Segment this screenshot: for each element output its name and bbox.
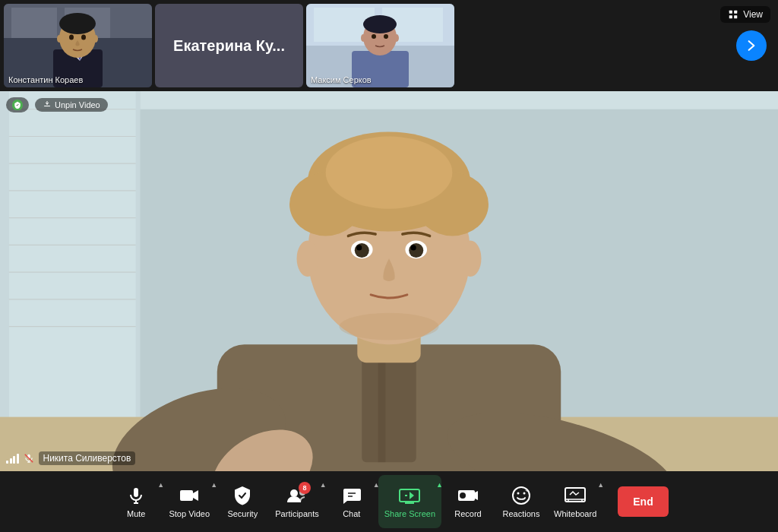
svg-text:+: + — [525, 487, 529, 494]
svg-point-65 — [297, 240, 319, 277]
reactions-label: Reactions — [503, 509, 540, 518]
svg-marker-87 — [475, 491, 478, 500]
stop-video-button[interactable]: ▲ Stop Video — [163, 475, 216, 528]
signal-icon — [6, 453, 19, 464]
whiteboard-label: Whiteboard — [554, 509, 596, 518]
thumb-name-maxim: Максим Серков — [311, 75, 372, 84]
svg-point-21 — [363, 15, 397, 33]
svg-point-58 — [326, 136, 453, 208]
chat-label: Chat — [343, 509, 360, 518]
svg-point-11 — [81, 35, 86, 40]
record-button[interactable]: Record — [441, 475, 495, 528]
mic-muted-icon — [24, 453, 34, 464]
svg-marker-75 — [193, 490, 198, 501]
svg-rect-32 — [9, 91, 136, 471]
svg-point-24 — [361, 34, 365, 42]
svg-point-63 — [356, 245, 362, 250]
svg-point-62 — [409, 243, 423, 258]
svg-point-76 — [290, 489, 298, 497]
thumbnail-maxim[interactable]: Максим Серков — [306, 4, 454, 87]
participants-button[interactable]: ▲ 8 Participants — [269, 475, 324, 528]
mic-icon — [125, 485, 147, 506]
toolbar: ▲ Mute ▲ Stop Video — [0, 471, 778, 532]
svg-rect-74 — [180, 490, 193, 501]
whiteboard-icon — [565, 485, 586, 506]
participants-badge: 8 — [299, 482, 311, 494]
svg-point-66 — [460, 240, 482, 277]
share-screen-button[interactable]: ▲ Share Screen — [378, 475, 441, 528]
reactions-icon: + — [511, 485, 532, 506]
thumbnails-strip: Константин Кораев Екатерина Ку... — [0, 0, 778, 91]
security-label: Security — [227, 509, 258, 518]
main-speaker-name-bar: Никита Силиверстов — [6, 451, 135, 465]
share-screen-label: Share Screen — [384, 509, 435, 518]
top-bar: Константин Кораев Екатерина Ку... — [0, 0, 778, 91]
participants-label: Participants — [275, 509, 318, 518]
svg-rect-68 — [44, 106, 50, 106]
participants-icon: 8 — [286, 485, 308, 506]
security-badge — [6, 97, 29, 112]
thumb-name-konstantin: Константин Кораев — [8, 75, 83, 84]
svg-point-86 — [460, 492, 466, 499]
reactions-button[interactable]: + Reactions — [495, 475, 548, 528]
shield-icon — [12, 100, 23, 110]
record-label: Record — [454, 509, 481, 518]
view-label: View — [743, 9, 763, 20]
thumbnail-konstantin[interactable]: Константин Кораев — [4, 4, 152, 87]
svg-point-9 — [59, 13, 96, 34]
svg-point-89 — [517, 492, 520, 495]
svg-point-25 — [394, 34, 399, 42]
svg-point-12 — [57, 35, 62, 43]
security-shield-icon — [232, 485, 253, 506]
svg-point-22 — [372, 34, 376, 39]
share-screen-icon — [399, 485, 420, 506]
chat-icon — [341, 485, 362, 506]
svg-point-67 — [340, 313, 439, 340]
camera-icon — [179, 485, 200, 506]
mute-button[interactable]: ▲ Mute — [109, 475, 163, 528]
security-button[interactable]: Security — [216, 475, 269, 528]
unpin-label: Unpin Video — [55, 100, 100, 109]
svg-rect-44 — [141, 91, 778, 109]
svg-rect-3 — [11, 8, 57, 38]
record-icon — [457, 485, 479, 506]
svg-rect-71 — [134, 488, 138, 497]
svg-rect-27 — [734, 11, 737, 14]
svg-point-13 — [93, 35, 98, 43]
thumbnail-ekaterina[interactable]: Екатерина Ку... — [155, 4, 303, 87]
svg-rect-28 — [729, 15, 732, 18]
svg-point-10 — [69, 35, 74, 40]
svg-point-64 — [411, 245, 416, 250]
view-button[interactable]: View — [720, 6, 770, 23]
main-video-area: Unpin Video Никита Силиверстов — [0, 91, 778, 471]
svg-rect-29 — [734, 15, 737, 18]
end-meeting-button[interactable]: End — [618, 486, 668, 517]
whiteboard-caret[interactable]: ▲ — [597, 481, 604, 489]
thumb-name-ekaterina: Екатерина Ку... — [173, 36, 285, 55]
svg-marker-83 — [410, 492, 414, 499]
next-participants-button[interactable] — [736, 30, 767, 61]
svg-rect-26 — [729, 11, 732, 14]
svg-point-61 — [355, 243, 369, 258]
main-speaker-name: Никита Силиверстов — [39, 451, 136, 465]
whiteboard-button[interactable]: ▲ Whiteboard — [548, 475, 602, 528]
stop-video-label: Stop Video — [169, 509, 210, 518]
mute-label: Mute — [127, 509, 145, 518]
svg-point-23 — [384, 34, 388, 39]
chat-button[interactable]: ▲ Chat — [325, 475, 378, 528]
video-overlay: Unpin Video — [6, 97, 108, 112]
unpin-video-button[interactable]: Unpin Video — [35, 98, 108, 112]
